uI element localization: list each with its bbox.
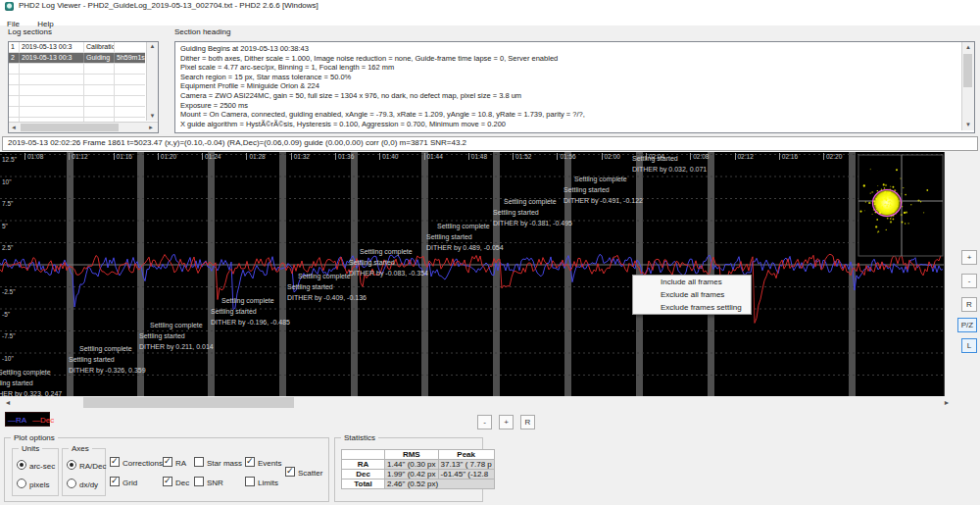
log-cell: 2019-05-13 00:3 — [20, 42, 84, 52]
checkbox-label: Corrections — [122, 459, 163, 468]
stats-row-label: Dec — [342, 470, 385, 480]
log-cell — [115, 75, 145, 84]
side-button-+[interactable]: + — [961, 250, 977, 265]
log-horizontal-scrollbar[interactable]: ◄ ► — [9, 122, 158, 132]
checkbox-icon — [163, 457, 172, 467]
zoom-out-button[interactable]: - — [477, 415, 492, 429]
radio-label: dx/dy — [79, 480, 98, 489]
checkbox-icon — [285, 467, 295, 477]
scroll-right-icon[interactable]: ► — [147, 123, 155, 132]
context-menu-item[interactable]: Exclude all frames — [633, 288, 751, 301]
log-section-row[interactable] — [9, 64, 145, 75]
radio-dxdy[interactable]: dx/dy — [67, 479, 98, 488]
scroll-left-icon[interactable]: ◄ — [3, 396, 13, 409]
heading-vscroll-thumb[interactable] — [963, 54, 972, 87]
checkbox-corrections[interactable]: Corrections — [110, 457, 163, 467]
log-section-row[interactable] — [9, 96, 145, 107]
log-vertical-scrollbar[interactable]: ▲ ▼ — [146, 42, 158, 121]
scroll-right-icon[interactable]: ► — [942, 396, 952, 409]
checkbox-grid[interactable]: Grid — [110, 477, 137, 486]
heading-vertical-scrollbar[interactable]: ▲ ▼ — [961, 42, 974, 130]
title-bar[interactable]: PHD2 Log Viewer - PHD2_GuideLog_2019-05-… — [0, 0, 980, 13]
plot-options-label: Plot options — [11, 433, 58, 442]
checkbox-snr[interactable]: SNR — [194, 477, 223, 486]
graph-hscroll-thumb[interactable] — [83, 397, 294, 408]
checkbox-label: Limits — [258, 479, 278, 487]
side-button-l[interactable]: L — [961, 338, 977, 353]
statistics-label: Statistics — [341, 433, 378, 442]
time-axis-label: 01:12 — [69, 153, 87, 160]
radio-pixels[interactable]: pixels — [17, 479, 49, 488]
graph-horizontal-scrollbar[interactable]: ◄ ► — [0, 396, 956, 409]
section-heading-box[interactable]: Guiding Begins at 2019-05-13 00:38:43Dit… — [174, 41, 975, 133]
radio-arc-sec[interactable]: arc-sec — [17, 460, 55, 470]
checkbox-star-mass[interactable]: Star mass — [194, 457, 242, 467]
guide-graph[interactable]: 01:0801:1201:1601:2001:2401:2801:3201:36… — [0, 152, 945, 396]
side-button-pz[interactable]: P/Z — [957, 318, 977, 332]
log-cell — [9, 75, 20, 84]
log-section-row[interactable]: 12019-05-13 00:3Calibration — [9, 42, 145, 53]
checkbox-events[interactable]: Events — [245, 457, 281, 467]
heading-line: Guiding Begins at 2019-05-13 00:38:43 — [175, 44, 974, 54]
stats-peak-value: 37.13" ( 7.78 p — [438, 460, 494, 470]
settling-annotation: Settling completeSettling startedDITHER … — [69, 343, 146, 376]
log-hscroll-thumb[interactable] — [21, 124, 119, 131]
annotation-line: Settling started — [69, 354, 146, 365]
checkbox-scatter[interactable]: Scatter — [285, 467, 322, 477]
heading-line: Pixel scale = 4.77 arc-sec/px, Binning =… — [175, 63, 974, 73]
y-axis-label: -10" — [2, 355, 14, 362]
log-section-row[interactable] — [9, 75, 145, 85]
time-axis-label: 02:20 — [823, 153, 842, 160]
radio-icon — [17, 479, 26, 488]
y-axis-label: 2.5" — [2, 244, 13, 251]
zoom-in-button[interactable]: + — [499, 415, 514, 429]
checkbox-icon — [245, 477, 255, 486]
log-section-row[interactable] — [9, 107, 145, 118]
log-sections-table[interactable]: 12019-05-13 00:3Calibration22019-05-13 0… — [8, 41, 159, 133]
scroll-left-icon[interactable]: ◄ — [10, 123, 18, 132]
log-cell: Guiding — [84, 53, 115, 63]
scroll-up-icon[interactable]: ▲ — [962, 43, 974, 52]
axes-label: Axes — [69, 444, 92, 453]
checkbox-limits[interactable]: Limits — [245, 477, 278, 486]
checkbox-label: SNR — [207, 479, 223, 487]
stats-row-label: Total — [342, 480, 385, 489]
annotation-line: Settling started — [0, 378, 62, 388]
units-label: Units — [19, 444, 42, 453]
radio-RADec[interactable]: RA/Dec — [67, 460, 107, 470]
stats-peak-value: -61.45" (-12.8 — [438, 470, 494, 480]
radio-icon — [67, 460, 76, 470]
log-section-row[interactable] — [9, 85, 145, 96]
heading-line: Camera = ZWO ASI224MC, gain = 50, full s… — [175, 91, 974, 101]
checkbox-dec[interactable]: Dec — [163, 477, 189, 486]
annotation-line: Settling started — [564, 184, 643, 195]
time-axis-label: 02:16 — [779, 153, 798, 160]
annotation-line: Settling started — [139, 330, 214, 341]
log-cell — [9, 107, 20, 117]
reset-zoom-button[interactable]: R — [520, 415, 535, 429]
annotation-line: Settling started — [493, 207, 572, 218]
context-menu-item[interactable]: Exclude frames settling — [633, 301, 751, 314]
settling-annotation: Settling completeSettling startedDITHER … — [0, 367, 62, 396]
checkbox-label: Grid — [122, 479, 137, 487]
checkbox-label: RA — [175, 459, 186, 468]
checkbox-ra[interactable]: RA — [163, 457, 186, 467]
y-axis-label: 5" — [2, 223, 8, 229]
checkbox-label: Scatter — [298, 469, 322, 478]
time-axis-label: 01:56 — [557, 153, 575, 160]
side-button-r[interactable]: R — [961, 297, 977, 312]
annotation-line: Settling complete — [574, 174, 643, 184]
settling-annotation: Settling completeSettling startedDITHER … — [564, 174, 643, 206]
side-button--[interactable]: - — [961, 274, 977, 288]
scroll-down-icon[interactable]: ▼ — [962, 121, 974, 129]
stats-row: Total2.46" (0.52 px) — [342, 480, 495, 489]
annotation-line: DITHER by -0.196, -0.485 — [211, 317, 290, 328]
time-axis-label: 01:40 — [379, 153, 398, 160]
log-cell — [9, 64, 20, 74]
scroll-down-icon[interactable]: ▼ — [147, 112, 158, 121]
scroll-up-icon[interactable]: ▲ — [147, 42, 158, 51]
log-cell — [9, 96, 20, 106]
context-menu-item[interactable]: Include all frames — [633, 276, 751, 288]
log-section-row[interactable]: 22019-05-13 00:3Guiding5h59m1s — [9, 53, 145, 64]
annotation-line: DITHER by -0.409, -0.136 — [287, 292, 367, 303]
